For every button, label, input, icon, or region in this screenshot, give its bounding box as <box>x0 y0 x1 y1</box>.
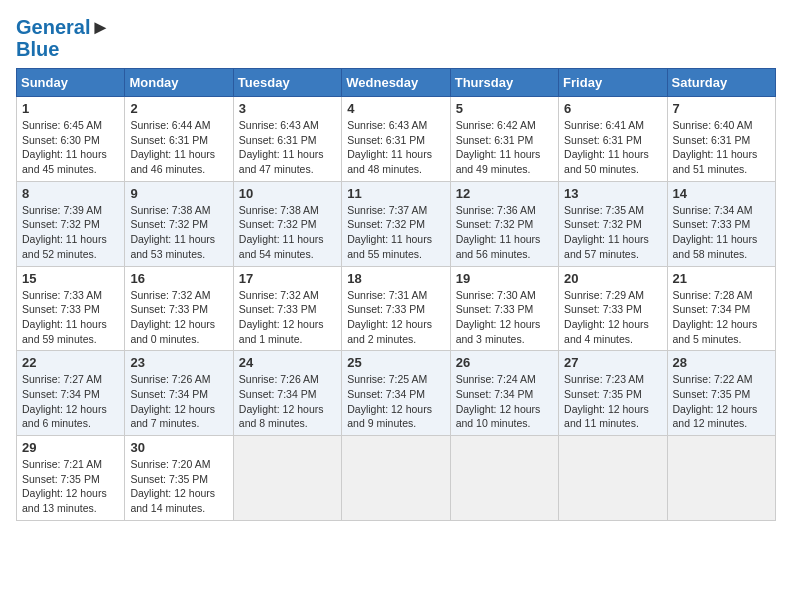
calendar-cell: 18Sunrise: 7:31 AM Sunset: 7:33 PM Dayli… <box>342 266 450 351</box>
calendar-cell: 21Sunrise: 7:28 AM Sunset: 7:34 PM Dayli… <box>667 266 775 351</box>
day-number: 19 <box>456 271 553 286</box>
day-number: 6 <box>564 101 661 116</box>
day-info: Sunrise: 7:32 AM Sunset: 7:33 PM Dayligh… <box>239 288 336 347</box>
day-info: Sunrise: 7:34 AM Sunset: 7:33 PM Dayligh… <box>673 203 770 262</box>
day-info: Sunrise: 7:32 AM Sunset: 7:33 PM Dayligh… <box>130 288 227 347</box>
calendar-header-row: SundayMondayTuesdayWednesdayThursdayFrid… <box>17 69 776 97</box>
day-number: 9 <box>130 186 227 201</box>
day-number: 23 <box>130 355 227 370</box>
day-number: 10 <box>239 186 336 201</box>
calendar-cell <box>233 436 341 521</box>
calendar-cell: 5Sunrise: 6:42 AM Sunset: 6:31 PM Daylig… <box>450 97 558 182</box>
day-info: Sunrise: 6:42 AM Sunset: 6:31 PM Dayligh… <box>456 118 553 177</box>
day-info: Sunrise: 7:23 AM Sunset: 7:35 PM Dayligh… <box>564 372 661 431</box>
calendar-cell <box>450 436 558 521</box>
calendar-cell: 9Sunrise: 7:38 AM Sunset: 7:32 PM Daylig… <box>125 181 233 266</box>
calendar-cell: 22Sunrise: 7:27 AM Sunset: 7:34 PM Dayli… <box>17 351 125 436</box>
col-header-saturday: Saturday <box>667 69 775 97</box>
day-info: Sunrise: 6:43 AM Sunset: 6:31 PM Dayligh… <box>239 118 336 177</box>
calendar-cell: 15Sunrise: 7:33 AM Sunset: 7:33 PM Dayli… <box>17 266 125 351</box>
calendar-cell: 20Sunrise: 7:29 AM Sunset: 7:33 PM Dayli… <box>559 266 667 351</box>
day-number: 2 <box>130 101 227 116</box>
calendar-cell: 28Sunrise: 7:22 AM Sunset: 7:35 PM Dayli… <box>667 351 775 436</box>
day-info: Sunrise: 6:43 AM Sunset: 6:31 PM Dayligh… <box>347 118 444 177</box>
day-number: 29 <box>22 440 119 455</box>
calendar-cell: 3Sunrise: 6:43 AM Sunset: 6:31 PM Daylig… <box>233 97 341 182</box>
logo-text2: Blue <box>16 38 110 60</box>
day-number: 11 <box>347 186 444 201</box>
day-number: 17 <box>239 271 336 286</box>
day-number: 1 <box>22 101 119 116</box>
col-header-thursday: Thursday <box>450 69 558 97</box>
calendar-cell: 30Sunrise: 7:20 AM Sunset: 7:35 PM Dayli… <box>125 436 233 521</box>
day-number: 16 <box>130 271 227 286</box>
day-info: Sunrise: 7:24 AM Sunset: 7:34 PM Dayligh… <box>456 372 553 431</box>
day-number: 15 <box>22 271 119 286</box>
day-number: 24 <box>239 355 336 370</box>
day-info: Sunrise: 6:41 AM Sunset: 6:31 PM Dayligh… <box>564 118 661 177</box>
day-info: Sunrise: 7:33 AM Sunset: 7:33 PM Dayligh… <box>22 288 119 347</box>
day-number: 4 <box>347 101 444 116</box>
calendar-week-row: 1Sunrise: 6:45 AM Sunset: 6:30 PM Daylig… <box>17 97 776 182</box>
calendar-cell: 2Sunrise: 6:44 AM Sunset: 6:31 PM Daylig… <box>125 97 233 182</box>
day-number: 25 <box>347 355 444 370</box>
day-number: 18 <box>347 271 444 286</box>
day-info: Sunrise: 7:36 AM Sunset: 7:32 PM Dayligh… <box>456 203 553 262</box>
day-info: Sunrise: 7:21 AM Sunset: 7:35 PM Dayligh… <box>22 457 119 516</box>
day-number: 20 <box>564 271 661 286</box>
day-number: 21 <box>673 271 770 286</box>
day-number: 13 <box>564 186 661 201</box>
calendar-cell: 10Sunrise: 7:38 AM Sunset: 7:32 PM Dayli… <box>233 181 341 266</box>
calendar-cell: 29Sunrise: 7:21 AM Sunset: 7:35 PM Dayli… <box>17 436 125 521</box>
calendar-cell: 17Sunrise: 7:32 AM Sunset: 7:33 PM Dayli… <box>233 266 341 351</box>
day-number: 12 <box>456 186 553 201</box>
calendar-cell: 12Sunrise: 7:36 AM Sunset: 7:32 PM Dayli… <box>450 181 558 266</box>
calendar-cell: 4Sunrise: 6:43 AM Sunset: 6:31 PM Daylig… <box>342 97 450 182</box>
col-header-sunday: Sunday <box>17 69 125 97</box>
day-info: Sunrise: 6:44 AM Sunset: 6:31 PM Dayligh… <box>130 118 227 177</box>
logo-text: General► <box>16 16 110 38</box>
col-header-monday: Monday <box>125 69 233 97</box>
col-header-tuesday: Tuesday <box>233 69 341 97</box>
calendar-cell <box>667 436 775 521</box>
day-number: 26 <box>456 355 553 370</box>
calendar-week-row: 29Sunrise: 7:21 AM Sunset: 7:35 PM Dayli… <box>17 436 776 521</box>
day-number: 28 <box>673 355 770 370</box>
day-number: 5 <box>456 101 553 116</box>
calendar-cell: 13Sunrise: 7:35 AM Sunset: 7:32 PM Dayli… <box>559 181 667 266</box>
day-number: 30 <box>130 440 227 455</box>
col-header-wednesday: Wednesday <box>342 69 450 97</box>
day-info: Sunrise: 7:20 AM Sunset: 7:35 PM Dayligh… <box>130 457 227 516</box>
calendar-cell: 24Sunrise: 7:26 AM Sunset: 7:34 PM Dayli… <box>233 351 341 436</box>
page-header: General► Blue <box>16 16 776 60</box>
day-info: Sunrise: 7:25 AM Sunset: 7:34 PM Dayligh… <box>347 372 444 431</box>
day-info: Sunrise: 7:29 AM Sunset: 7:33 PM Dayligh… <box>564 288 661 347</box>
calendar-cell: 1Sunrise: 6:45 AM Sunset: 6:30 PM Daylig… <box>17 97 125 182</box>
calendar-cell: 19Sunrise: 7:30 AM Sunset: 7:33 PM Dayli… <box>450 266 558 351</box>
day-info: Sunrise: 7:22 AM Sunset: 7:35 PM Dayligh… <box>673 372 770 431</box>
calendar-cell: 23Sunrise: 7:26 AM Sunset: 7:34 PM Dayli… <box>125 351 233 436</box>
day-number: 3 <box>239 101 336 116</box>
day-info: Sunrise: 7:30 AM Sunset: 7:33 PM Dayligh… <box>456 288 553 347</box>
day-number: 22 <box>22 355 119 370</box>
day-info: Sunrise: 7:35 AM Sunset: 7:32 PM Dayligh… <box>564 203 661 262</box>
day-info: Sunrise: 7:26 AM Sunset: 7:34 PM Dayligh… <box>130 372 227 431</box>
col-header-friday: Friday <box>559 69 667 97</box>
calendar-cell <box>559 436 667 521</box>
day-info: Sunrise: 7:27 AM Sunset: 7:34 PM Dayligh… <box>22 372 119 431</box>
calendar-cell: 25Sunrise: 7:25 AM Sunset: 7:34 PM Dayli… <box>342 351 450 436</box>
calendar-cell: 26Sunrise: 7:24 AM Sunset: 7:34 PM Dayli… <box>450 351 558 436</box>
day-number: 8 <box>22 186 119 201</box>
calendar-week-row: 15Sunrise: 7:33 AM Sunset: 7:33 PM Dayli… <box>17 266 776 351</box>
day-info: Sunrise: 6:45 AM Sunset: 6:30 PM Dayligh… <box>22 118 119 177</box>
calendar-cell: 14Sunrise: 7:34 AM Sunset: 7:33 PM Dayli… <box>667 181 775 266</box>
day-info: Sunrise: 7:28 AM Sunset: 7:34 PM Dayligh… <box>673 288 770 347</box>
day-info: Sunrise: 7:26 AM Sunset: 7:34 PM Dayligh… <box>239 372 336 431</box>
calendar-cell: 16Sunrise: 7:32 AM Sunset: 7:33 PM Dayli… <box>125 266 233 351</box>
day-info: Sunrise: 6:40 AM Sunset: 6:31 PM Dayligh… <box>673 118 770 177</box>
day-info: Sunrise: 7:38 AM Sunset: 7:32 PM Dayligh… <box>239 203 336 262</box>
day-info: Sunrise: 7:37 AM Sunset: 7:32 PM Dayligh… <box>347 203 444 262</box>
day-number: 14 <box>673 186 770 201</box>
calendar-table: SundayMondayTuesdayWednesdayThursdayFrid… <box>16 68 776 521</box>
calendar-cell <box>342 436 450 521</box>
